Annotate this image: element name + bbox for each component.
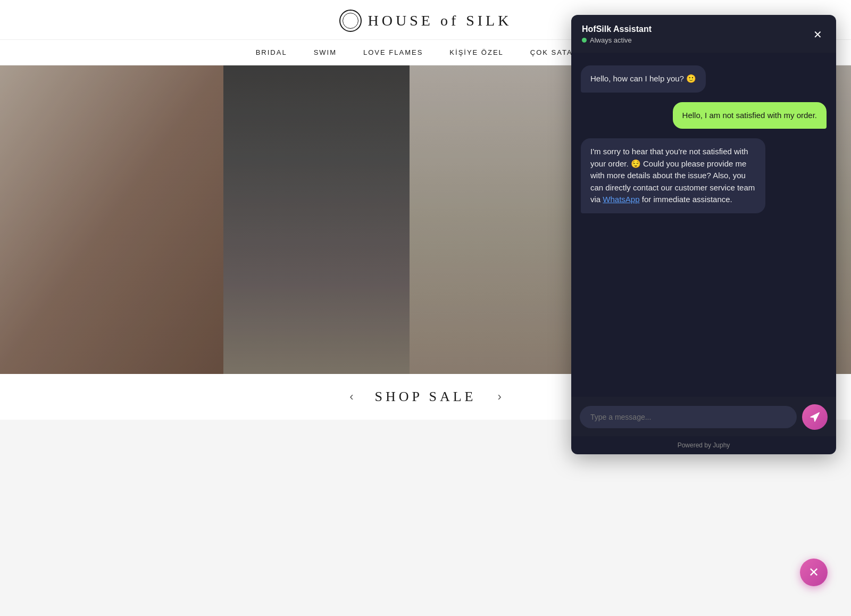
bot-message-1: Hello, how can I help you? 🙂 [581, 65, 706, 93]
chat-messages-area: Hello, how can I help you? 🙂 Hello, I am… [571, 53, 836, 397]
next-arrow-button[interactable]: › [498, 390, 502, 404]
chat-powered-by: Powered by Juphy [678, 442, 730, 449]
logo-text: HOUSE of SILK [368, 12, 512, 29]
chat-input-area [571, 397, 836, 436]
bot-message-2: I'm sorry to hear that you're not satisf… [581, 138, 765, 213]
bot-msg2-part3: for immediate assistance. [640, 195, 732, 204]
status-dot-icon [582, 38, 587, 43]
nav-item-love-flames[interactable]: LOVE FLAMES [363, 48, 423, 56]
whatsapp-link[interactable]: WhatsApp [603, 195, 639, 204]
chat-close-button[interactable]: ✕ [810, 27, 825, 43]
user-message-1: Hello, I am not satisfied with my order. [673, 102, 827, 129]
chat-header: HofSilk Assistant Always active ✕ [571, 15, 836, 53]
shop-sale-label[interactable]: SHOP SALE [374, 389, 476, 405]
nav-item-kisiye-ozel[interactable]: KİŞİYE ÖZEL [449, 48, 503, 56]
chat-status: Always active [582, 36, 652, 44]
chat-header-info: HofSilk Assistant Always active [582, 24, 652, 44]
chat-footer: Powered by Juphy [571, 436, 836, 454]
logo-icon [339, 10, 362, 32]
chat-title: HofSilk Assistant [582, 24, 652, 34]
nav-item-bridal[interactable]: BRIDAL [256, 48, 287, 56]
chat-message-input[interactable] [580, 406, 797, 428]
chat-float-close-button[interactable]: ✕ [800, 559, 828, 586]
chat-send-button[interactable] [802, 404, 828, 430]
chat-widget: HofSilk Assistant Always active ✕ Hello,… [571, 15, 836, 454]
prev-arrow-button[interactable]: ‹ [349, 390, 353, 404]
nav-item-swim[interactable]: SWIM [314, 48, 337, 56]
chat-status-label: Always active [590, 36, 632, 44]
send-icon [810, 412, 820, 422]
